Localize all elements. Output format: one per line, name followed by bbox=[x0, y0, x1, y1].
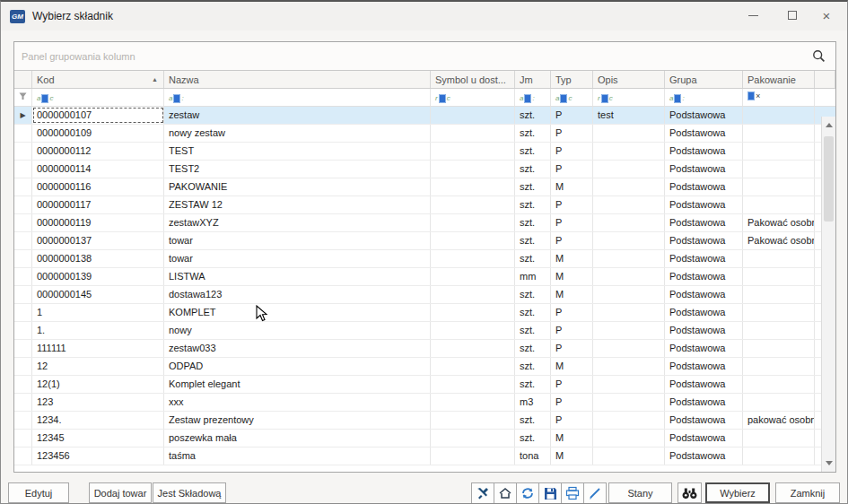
edytuj-button[interactable]: Edytuj bbox=[8, 482, 69, 503]
cell-typ[interactable]: P bbox=[551, 161, 593, 178]
cell-typ[interactable]: M bbox=[551, 448, 593, 465]
table-row[interactable]: 12(1) Komplet elegant szt. P Podstawowa bbox=[14, 376, 835, 394]
cell-jm[interactable]: m3 bbox=[515, 394, 551, 411]
cell-symbol[interactable] bbox=[431, 412, 515, 429]
cell-pakowanie[interactable] bbox=[743, 394, 815, 411]
cell-typ[interactable]: M bbox=[551, 250, 593, 267]
cell-typ[interactable]: M bbox=[551, 268, 593, 285]
cell-typ[interactable]: P bbox=[551, 394, 593, 411]
cell-typ[interactable]: P bbox=[551, 340, 593, 357]
cell-grupa[interactable]: Podstawowa bbox=[665, 161, 743, 178]
cell-nazwa[interactable]: poszewka mała bbox=[164, 430, 431, 447]
cell-nazwa[interactable]: PAKOWANIE bbox=[164, 178, 431, 196]
table-row[interactable]: 123456 taśma tona M Podstawowa bbox=[14, 448, 835, 465]
cell-opis[interactable] bbox=[593, 178, 665, 196]
cell-pakowanie[interactable] bbox=[743, 304, 815, 321]
column-header-kod[interactable]: Kod ▲ bbox=[32, 71, 164, 88]
cell-nazwa[interactable]: xxx bbox=[164, 394, 431, 411]
home-button[interactable] bbox=[494, 482, 517, 504]
cell-grupa[interactable]: Podstawowa bbox=[665, 196, 743, 213]
cell-jm[interactable]: szt. bbox=[515, 125, 551, 142]
cell-opis[interactable] bbox=[593, 358, 665, 375]
cell-symbol[interactable] bbox=[431, 250, 515, 267]
cell-jm[interactable]: szt. bbox=[515, 107, 551, 124]
cell-nazwa[interactable]: ODPAD bbox=[164, 358, 431, 375]
cell-jm[interactable]: szt. bbox=[515, 430, 551, 447]
cell-typ[interactable]: P bbox=[551, 214, 593, 231]
cell-grupa[interactable]: Podstawowa bbox=[665, 214, 743, 231]
cell-kod[interactable]: 0000000137 bbox=[32, 232, 164, 249]
cell-nazwa[interactable]: nowy bbox=[164, 322, 431, 339]
cell-pakowanie[interactable] bbox=[743, 107, 815, 124]
refresh-button[interactable] bbox=[516, 482, 539, 504]
table-row[interactable]: 0000000145 dostawa123 szt. M Podstawowa bbox=[14, 286, 835, 304]
cell-jm[interactable]: tona bbox=[515, 448, 551, 465]
cell-typ[interactable]: P bbox=[551, 125, 593, 142]
filter-cell-grupa[interactable]: a: bbox=[665, 89, 743, 106]
cell-opis[interactable] bbox=[593, 214, 665, 231]
vertical-scrollbar[interactable] bbox=[821, 117, 835, 472]
cell-symbol[interactable] bbox=[431, 358, 515, 375]
save-button[interactable] bbox=[538, 482, 562, 504]
table-row[interactable]: ▶ 0000000107 zestaw szt. P test Podstawo… bbox=[14, 107, 835, 125]
cell-opis[interactable] bbox=[593, 448, 665, 465]
cell-pakowanie[interactable] bbox=[743, 268, 815, 285]
cell-typ[interactable]: P bbox=[551, 232, 593, 249]
cell-symbol[interactable] bbox=[431, 232, 515, 249]
cell-opis[interactable] bbox=[593, 340, 665, 357]
cell-kod[interactable]: 12 bbox=[32, 358, 164, 375]
cell-nazwa[interactable]: Zestaw prezentowy bbox=[164, 412, 431, 429]
cell-pakowanie[interactable] bbox=[743, 340, 815, 357]
cell-nazwa[interactable]: nowy zestaw bbox=[164, 125, 431, 142]
cell-typ[interactable]: P bbox=[551, 376, 593, 393]
filter-gutter-cell[interactable] bbox=[14, 89, 32, 106]
table-row[interactable]: 12345 poszewka mała szt. M Podstawowa bbox=[14, 430, 835, 448]
cell-grupa[interactable]: Podstawowa bbox=[665, 412, 743, 429]
find-button[interactable] bbox=[678, 482, 702, 503]
cell-jm[interactable]: szt. bbox=[515, 340, 551, 357]
cell-jm[interactable]: szt. bbox=[515, 376, 551, 393]
cell-opis[interactable] bbox=[593, 250, 665, 267]
zamknij-button[interactable]: Zamknij bbox=[775, 482, 840, 503]
cell-opis[interactable] bbox=[593, 304, 665, 321]
filter-cell-nazwa[interactable]: a: bbox=[164, 89, 431, 106]
cell-jm[interactable]: szt. bbox=[515, 250, 551, 267]
cell-grupa[interactable]: Podstawowa bbox=[665, 107, 743, 124]
cell-symbol[interactable] bbox=[431, 448, 515, 465]
column-header-jm[interactable]: Jm bbox=[515, 71, 551, 88]
cell-kod[interactable]: 1 bbox=[32, 304, 164, 321]
close-button[interactable]: × bbox=[813, 2, 840, 29]
wybierz-button[interactable]: Wybierz bbox=[705, 482, 770, 503]
cell-opis[interactable] bbox=[593, 376, 665, 393]
table-row[interactable]: 0000000138 towar szt. M Podstawowa bbox=[14, 250, 835, 268]
cell-jm[interactable]: szt. bbox=[515, 196, 551, 213]
cell-nazwa[interactable]: zestawXYZ bbox=[164, 214, 431, 231]
cell-kod[interactable]: 0000000119 bbox=[32, 214, 164, 231]
cell-kod[interactable]: 111111 bbox=[32, 340, 164, 357]
cell-jm[interactable]: szt. bbox=[515, 143, 551, 160]
cell-typ[interactable]: P bbox=[551, 196, 593, 213]
cell-grupa[interactable]: Podstawowa bbox=[665, 268, 743, 285]
column-header-nazwa[interactable]: Nazwa bbox=[164, 71, 431, 88]
column-header-pakowanie[interactable]: Pakowanie bbox=[743, 71, 815, 88]
table-row[interactable]: 1 KOMPLET szt. P Podstawowa bbox=[14, 304, 835, 322]
filter-cell-symbol[interactable]: rc bbox=[431, 89, 515, 106]
cell-symbol[interactable] bbox=[431, 340, 515, 357]
cell-nazwa[interactable]: taśma bbox=[164, 448, 431, 465]
cell-jm[interactable]: szt. bbox=[515, 304, 551, 321]
cell-kod[interactable]: 1. bbox=[32, 322, 164, 339]
cell-nazwa[interactable]: towar bbox=[164, 232, 431, 249]
cell-opis[interactable] bbox=[593, 430, 665, 447]
cell-kod[interactable]: 0000000117 bbox=[32, 196, 164, 213]
scroll-down-button[interactable] bbox=[822, 456, 835, 471]
table-row[interactable]: 0000000109 nowy zestaw szt. P Podstawowa bbox=[14, 125, 835, 143]
cell-typ[interactable]: M bbox=[551, 358, 593, 375]
cell-grupa[interactable]: Podstawowa bbox=[665, 286, 743, 303]
cell-grupa[interactable]: Podstawowa bbox=[665, 125, 743, 142]
table-row[interactable]: 0000000114 TEST2 szt. P Podstawowa bbox=[14, 161, 835, 178]
cell-opis[interactable] bbox=[593, 125, 665, 142]
cell-symbol[interactable] bbox=[431, 125, 515, 142]
cell-symbol[interactable] bbox=[431, 376, 515, 393]
cell-opis[interactable] bbox=[593, 412, 665, 429]
cell-pakowanie[interactable] bbox=[743, 358, 815, 375]
